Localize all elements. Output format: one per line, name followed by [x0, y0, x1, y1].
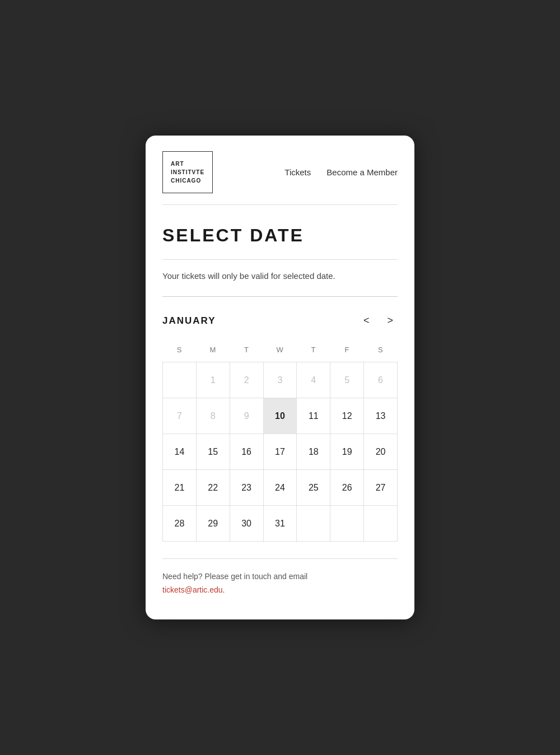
footer: Need help? Please get in touch and email… [146, 542, 414, 597]
prev-month-button[interactable]: < [359, 313, 374, 329]
calendar-week-4: 28293031 [163, 506, 398, 542]
page-title: SELECT DATE [162, 225, 398, 246]
calendar-day-selected-10[interactable]: 10 [263, 398, 297, 434]
calendar-week-1: 78910111213 [163, 398, 398, 434]
nav-links: Tickets Become a Member [284, 167, 398, 177]
tickets-nav-link[interactable]: Tickets [284, 167, 311, 177]
calendar-day-21[interactable]: 21 [163, 470, 197, 506]
next-month-button[interactable]: > [382, 313, 398, 329]
calendar-day-disabled-5: 5 [330, 362, 364, 398]
day-header-fri: F [330, 341, 364, 362]
calendar-day-19[interactable]: 19 [330, 434, 364, 470]
calendar-day-disabled-3: 3 [263, 362, 297, 398]
calendar-body: 1234567891011121314151617181920212223242… [163, 362, 398, 542]
day-headers-row: S M T W T F S [163, 341, 398, 362]
calendar-empty-cell [163, 362, 197, 398]
calendar-day-31[interactable]: 31 [263, 506, 297, 542]
calendar-day-disabled-6: 6 [364, 362, 398, 398]
calendar-day-15[interactable]: 15 [196, 434, 230, 470]
calendar-day-18[interactable]: 18 [297, 434, 330, 470]
main-card: ART INSTITVTE CHICAGO Tickets Become a M… [146, 136, 414, 619]
month-label: JANUARY [162, 315, 216, 327]
day-header-wed: W [263, 341, 297, 362]
calendar-header: JANUARY < > [162, 313, 398, 329]
logo: ART INSTITVTE CHICAGO [162, 151, 213, 193]
calendar-day-disabled-9: 9 [230, 398, 263, 434]
calendar-day-26[interactable]: 26 [330, 470, 364, 506]
calendar-day-13[interactable]: 13 [364, 398, 398, 434]
main-content: SELECT DATE Your tickets will only be va… [146, 205, 414, 542]
section-divider [162, 259, 398, 260]
help-text: Need help? Please get in touch and email [162, 572, 307, 581]
calendar-week-3: 21222324252627 [163, 470, 398, 506]
header: ART INSTITVTE CHICAGO Tickets Become a M… [146, 136, 414, 204]
calendar-day-16[interactable]: 16 [230, 434, 263, 470]
calendar-day-12[interactable]: 12 [330, 398, 364, 434]
calendar-day-22[interactable]: 22 [196, 470, 230, 506]
logo-text: ART INSTITVTE CHICAGO [171, 160, 204, 185]
input-divider [162, 296, 398, 297]
subtitle-text: Your tickets will only be valid for sele… [162, 271, 398, 281]
calendar-day-30[interactable]: 30 [230, 506, 263, 542]
day-header-sat: S [364, 341, 398, 362]
calendar-day-23[interactable]: 23 [230, 470, 263, 506]
calendar-day-24[interactable]: 24 [263, 470, 297, 506]
day-header-thu: T [297, 341, 330, 362]
calendar-empty-cell [330, 506, 364, 542]
calendar-week-0: 123456 [163, 362, 398, 398]
calendar-day-17[interactable]: 17 [263, 434, 297, 470]
calendar-day-disabled-2: 2 [230, 362, 263, 398]
calendar-nav-arrows: < > [359, 313, 398, 329]
calendar-day-disabled-8: 8 [196, 398, 230, 434]
calendar-day-20[interactable]: 20 [364, 434, 398, 470]
calendar-day-disabled-4: 4 [297, 362, 330, 398]
calendar-day-27[interactable]: 27 [364, 470, 398, 506]
calendar-day-disabled-1: 1 [196, 362, 230, 398]
email-suffix: . [223, 585, 225, 594]
calendar-empty-cell [364, 506, 398, 542]
footer-divider [162, 558, 398, 559]
day-header-tue: T [230, 341, 263, 362]
calendar-week-2: 14151617181920 [163, 434, 398, 470]
calendar-grid: S M T W T F S 12345678910111213141516171… [162, 341, 398, 542]
email-link[interactable]: tickets@artic.edu [162, 585, 223, 594]
calendar-header-row: S M T W T F S [163, 341, 398, 362]
calendar-day-11[interactable]: 11 [297, 398, 330, 434]
calendar-day-25[interactable]: 25 [297, 470, 330, 506]
calendar-day-disabled-7: 7 [163, 398, 197, 434]
calendar-day-28[interactable]: 28 [163, 506, 197, 542]
day-header-mon: M [196, 341, 230, 362]
calendar-day-14[interactable]: 14 [163, 434, 197, 470]
calendar-day-29[interactable]: 29 [196, 506, 230, 542]
become-member-nav-link[interactable]: Become a Member [326, 167, 398, 177]
footer-text: Need help? Please get in touch and email… [162, 570, 398, 597]
calendar-empty-cell [297, 506, 330, 542]
day-header-sun: S [163, 341, 197, 362]
